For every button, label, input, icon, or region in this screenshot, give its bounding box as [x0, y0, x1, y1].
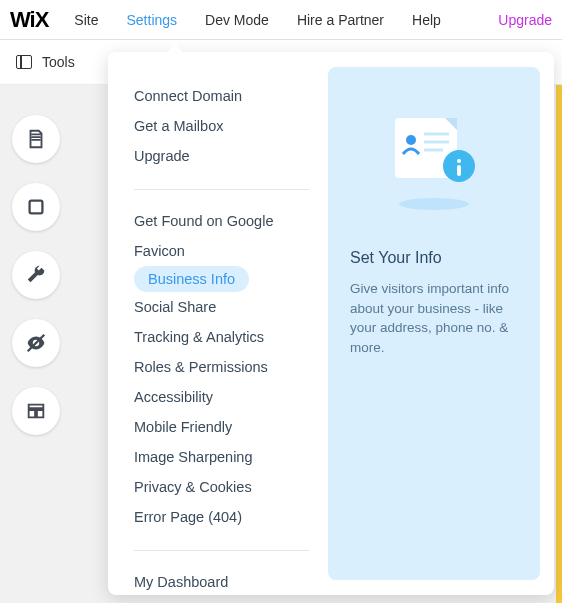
menu-accessibility[interactable]: Accessibility: [134, 382, 223, 412]
square-icon: [25, 196, 47, 218]
rail-hide-button[interactable]: [12, 319, 60, 367]
svg-point-4: [406, 135, 416, 145]
svg-point-2: [399, 198, 469, 210]
rail-layout-button[interactable]: [12, 387, 60, 435]
nav-help[interactable]: Help: [412, 12, 441, 28]
settings-group-2: Get Found on Google Favicon Business Inf…: [134, 200, 328, 544]
icon-rail: [12, 115, 60, 435]
menu-get-found[interactable]: Get Found on Google: [134, 206, 283, 236]
settings-menu: Connect Domain Get a Mailbox Upgrade Get…: [118, 67, 328, 580]
menu-tracking[interactable]: Tracking & Analytics: [134, 322, 274, 352]
svg-rect-10: [457, 165, 461, 176]
svg-rect-0: [30, 201, 43, 214]
menu-upgrade[interactable]: Upgrade: [134, 141, 200, 171]
menu-social-share[interactable]: Social Share: [134, 292, 226, 322]
menu-privacy[interactable]: Privacy & Cookies: [134, 472, 262, 502]
menu-get-mailbox[interactable]: Get a Mailbox: [134, 111, 233, 141]
menu-favicon[interactable]: Favicon: [134, 236, 195, 266]
top-nav: Site Settings Dev Mode Hire a Partner He…: [74, 12, 552, 28]
workspace: Connect Domain Get a Mailbox Upgrade Get…: [0, 85, 562, 603]
preview-illustration: [350, 99, 518, 219]
preview-title: Set Your Info: [350, 249, 442, 267]
menu-error-page[interactable]: Error Page (404): [134, 502, 252, 532]
nav-upgrade[interactable]: Upgrade: [498, 12, 552, 28]
menu-divider-2: [134, 550, 309, 551]
menu-divider: [134, 189, 309, 190]
tools-label[interactable]: Tools: [42, 54, 75, 70]
menu-connect-domain[interactable]: Connect Domain: [134, 81, 252, 111]
settings-group-3: My Dashboard: [134, 561, 328, 603]
nav-settings[interactable]: Settings: [126, 12, 177, 28]
page-icon: [25, 128, 47, 150]
rail-background-button[interactable]: [12, 183, 60, 231]
settings-dropdown: Connect Domain Get a Mailbox Upgrade Get…: [108, 52, 554, 595]
eye-off-icon: [25, 332, 47, 354]
menu-business-info[interactable]: Business Info: [134, 266, 249, 292]
wix-logo: WiX: [10, 7, 48, 33]
topbar: WiX Site Settings Dev Mode Hire a Partne…: [0, 0, 562, 40]
panel-icon: [16, 55, 32, 69]
preview-description: Give visitors important info about your …: [350, 279, 518, 357]
settings-group-1: Connect Domain Get a Mailbox Upgrade: [134, 75, 328, 183]
scroll-strip: [556, 85, 562, 603]
menu-sharpening[interactable]: Image Sharpening: [134, 442, 263, 472]
svg-rect-9: [457, 159, 461, 163]
nav-dev-mode[interactable]: Dev Mode: [205, 12, 269, 28]
settings-preview: Set Your Info Give visitors important in…: [328, 67, 540, 580]
menu-roles[interactable]: Roles & Permissions: [134, 352, 278, 382]
info-card-icon: [369, 104, 499, 214]
rail-tools-button[interactable]: [12, 251, 60, 299]
rail-pages-button[interactable]: [12, 115, 60, 163]
wrench-icon: [25, 264, 47, 286]
nav-site[interactable]: Site: [74, 12, 98, 28]
layout-icon: [25, 400, 47, 422]
menu-my-dashboard[interactable]: My Dashboard: [134, 567, 238, 597]
nav-hire-partner[interactable]: Hire a Partner: [297, 12, 384, 28]
menu-mobile[interactable]: Mobile Friendly: [134, 412, 242, 442]
